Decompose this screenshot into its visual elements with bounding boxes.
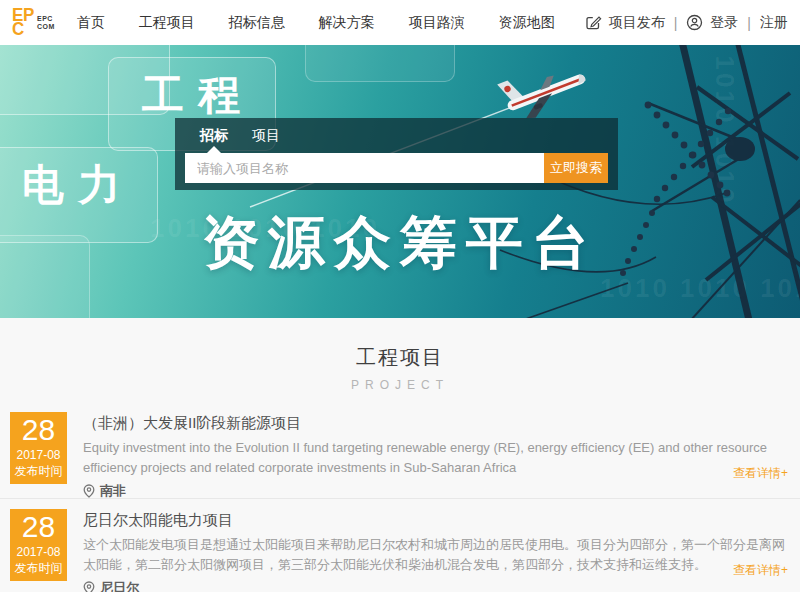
project-description: Equity investment into the Evolution II … — [83, 438, 790, 477]
date-badge[interactable]: 28 2017-08 发布时间 — [10, 509, 67, 581]
project-meta: 南非 — [83, 482, 790, 500]
banner-headline: 资源众筹平台 — [0, 205, 800, 282]
location-pin-icon — [83, 484, 95, 498]
search-row: 立即搜索 — [185, 153, 608, 183]
project-location: 尼日尔 — [100, 579, 139, 592]
badge-month: 2017-08 — [10, 545, 67, 559]
nav-item-tenders[interactable]: 招标信息 — [229, 14, 285, 32]
auth-divider: | — [747, 15, 751, 31]
search-button[interactable]: 立即搜索 — [544, 153, 608, 183]
main-nav: 首页 工程项目 招标信息 解决方案 项目路演 资源地图 — [77, 14, 555, 32]
header-divider: | — [674, 15, 678, 31]
section-title: 工程项目 — [0, 344, 800, 371]
hero-banner: 1010 1010 1010 1010 1010 1010 1010 1010 … — [0, 45, 800, 318]
banner-word-engineering: 工程 — [142, 67, 254, 123]
badge-month: 2017-08 — [10, 448, 67, 462]
top-navigation-bar: EPC EPC COM 首页 工程项目 招标信息 解决方案 项目路演 资源地图 … — [0, 0, 800, 45]
project-list: 28 2017-08 发布时间 （非洲）大发展II阶段新能源项目 Equity … — [0, 408, 800, 591]
badge-day: 28 — [10, 510, 67, 544]
badge-label: 发布时间 — [10, 561, 67, 575]
project-location: 南非 — [100, 482, 126, 500]
edit-icon — [585, 14, 602, 31]
nav-item-solutions[interactable]: 解决方案 — [319, 14, 375, 32]
project-section: 工程项目 PROJECT 28 2017-08 发布时间 （非洲）大发展II阶段… — [0, 318, 800, 592]
login-link[interactable]: 登录 — [710, 14, 738, 32]
nav-item-projects[interactable]: 工程项目 — [139, 14, 195, 32]
search-tabs: 招标 项目 — [200, 127, 280, 145]
user-icon — [686, 14, 703, 31]
view-details-link[interactable]: 查看详情+ — [733, 465, 788, 482]
date-badge[interactable]: 28 2017-08 发布时间 — [10, 412, 67, 484]
tab-tender[interactable]: 招标 — [200, 127, 228, 145]
section-header: 工程项目 PROJECT — [0, 344, 800, 392]
project-body: （非洲）大发展II阶段新能源项目 Equity investment into … — [83, 412, 790, 500]
nav-item-resource-map[interactable]: 资源地图 — [499, 14, 555, 32]
view-details-link[interactable]: 查看详情+ — [733, 562, 788, 579]
badge-day: 28 — [10, 413, 67, 447]
nav-item-home[interactable]: 首页 — [77, 14, 105, 32]
tab-project[interactable]: 项目 — [252, 127, 280, 145]
location-pin-icon — [83, 581, 95, 592]
search-input[interactable] — [185, 153, 544, 183]
logo-epc-mark-icon: EPC — [12, 9, 34, 37]
logo-text: EPC COM — [37, 15, 55, 31]
project-title[interactable]: （非洲）大发展II阶段新能源项目 — [83, 412, 790, 433]
project-list-item: 28 2017-08 发布时间 尼日尔太阳能电力项目 这个太阳能发电项目是想通过… — [0, 505, 800, 591]
active-tab-pointer — [207, 146, 221, 153]
section-subtitle: PROJECT — [0, 378, 800, 392]
project-description: 这个太阳能发电项目是想通过太阳能项目来帮助尼日尔农村和城市周边的居民使用电。项目… — [83, 535, 790, 574]
header-actions: 项目发布 | 登录 | 注册 — [585, 14, 788, 32]
project-meta: 尼日尔 — [83, 579, 790, 592]
project-list-item: 28 2017-08 发布时间 （非洲）大发展II阶段新能源项目 Equity … — [0, 408, 800, 494]
site-logo[interactable]: EPC EPC COM — [12, 9, 55, 37]
project-body: 尼日尔太阳能电力项目 这个太阳能发电项目是想通过太阳能项目来帮助尼日尔农村和城市… — [83, 509, 790, 592]
nav-item-roadshow[interactable]: 项目路演 — [409, 14, 465, 32]
register-link[interactable]: 注册 — [760, 14, 788, 32]
publish-project-link[interactable]: 项目发布 — [609, 14, 665, 32]
search-panel: 招标 项目 立即搜索 — [175, 118, 618, 190]
badge-label: 发布时间 — [10, 464, 67, 478]
project-title[interactable]: 尼日尔太阳能电力项目 — [83, 509, 790, 530]
